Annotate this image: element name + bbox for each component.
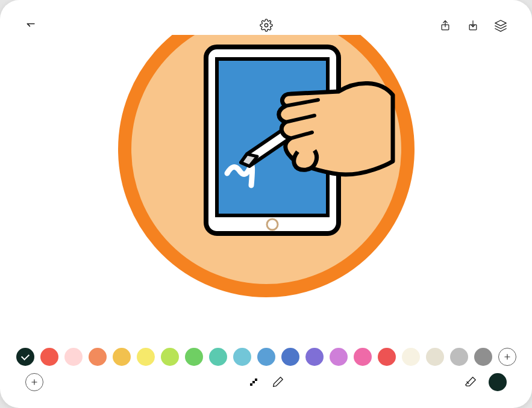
plus-icon (503, 353, 512, 361)
color-swatch[interactable] (281, 348, 299, 366)
svg-rect-12 (255, 379, 257, 381)
add-tool-button[interactable] (25, 373, 43, 391)
color-swatch[interactable] (161, 348, 179, 366)
color-swatch[interactable] (257, 348, 275, 366)
color-swatch[interactable] (40, 348, 58, 366)
pixel-icon (249, 376, 261, 388)
svg-marker-3 (495, 20, 506, 26)
brush-tool[interactable] (271, 375, 285, 389)
eraser-tool[interactable] (463, 375, 478, 389)
color-swatch[interactable] (113, 348, 131, 366)
layers-button[interactable] (493, 18, 508, 32)
eraser-icon (464, 376, 477, 389)
color-swatch[interactable] (185, 348, 203, 366)
color-swatch[interactable] (354, 348, 372, 366)
color-swatch[interactable] (305, 348, 324, 366)
layers-icon (494, 19, 507, 32)
color-swatch[interactable] (64, 348, 83, 366)
download-icon (467, 19, 479, 32)
canvas[interactable] (16, 35, 516, 345)
top-toolbar (16, 16, 516, 35)
settings-button[interactable] (259, 18, 274, 32)
add-color-button[interactable] (498, 348, 516, 366)
color-swatch[interactable] (330, 348, 348, 366)
color-swatch[interactable] (233, 348, 251, 366)
svg-rect-10 (250, 383, 252, 386)
download-button[interactable] (466, 18, 480, 32)
share-button[interactable] (438, 18, 452, 32)
gear-icon (260, 19, 273, 32)
current-color-swatch[interactable] (489, 373, 507, 391)
color-swatch[interactable] (450, 348, 468, 366)
back-button[interactable] (24, 18, 39, 32)
color-swatch[interactable] (137, 348, 155, 366)
color-swatch[interactable] (402, 348, 420, 366)
svg-point-0 (264, 23, 268, 27)
color-swatch[interactable] (89, 348, 107, 366)
color-swatch[interactable] (426, 348, 444, 366)
svg-point-7 (267, 219, 278, 230)
back-arrow-icon (25, 19, 37, 31)
share-icon (439, 19, 451, 32)
color-swatch[interactable] (474, 348, 492, 366)
color-swatch[interactable] (16, 348, 34, 366)
brush-icon (271, 376, 284, 389)
plus-icon (30, 378, 39, 386)
pixel-tool[interactable] (248, 375, 262, 389)
svg-rect-11 (252, 381, 255, 383)
artwork-illustration (110, 35, 423, 312)
color-palette (16, 345, 516, 368)
color-swatch[interactable] (378, 348, 396, 366)
app-window (0, 0, 532, 408)
tool-row (16, 368, 516, 392)
color-swatch[interactable] (209, 348, 227, 366)
